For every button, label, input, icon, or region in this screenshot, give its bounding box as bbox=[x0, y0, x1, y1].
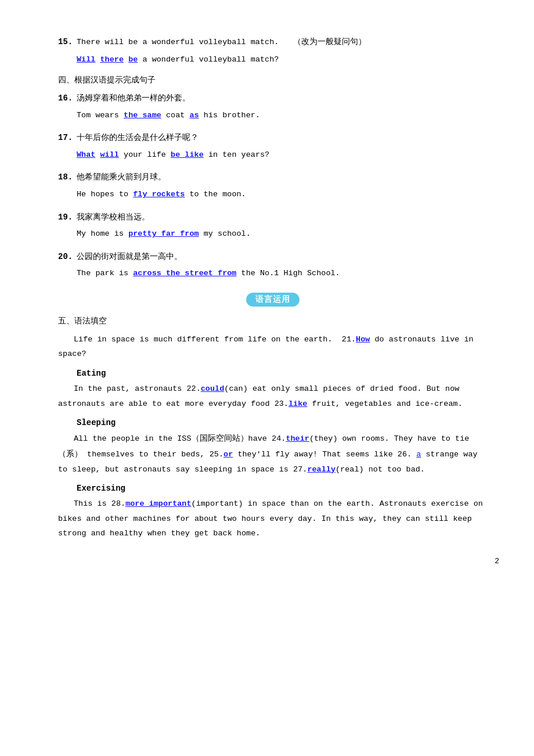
q15-there: there bbox=[100, 55, 124, 64]
sl-num26: 26. bbox=[398, 450, 412, 459]
q19-chinese: 我家离学校相当远。 bbox=[77, 210, 150, 224]
sl-paren1: （国际空间站） bbox=[192, 434, 248, 442]
sl-really: really bbox=[307, 465, 335, 474]
sl-t4: themselves to their beds, bbox=[87, 450, 205, 459]
q16-chinese: 汤姆穿着和他弟弟一样的外套。 bbox=[77, 91, 190, 105]
sl-num24: 24. bbox=[272, 434, 286, 443]
sl-their: their bbox=[286, 434, 309, 443]
intro-text1: Life in space is much different from lif… bbox=[74, 335, 333, 344]
eating-title: Eating bbox=[58, 369, 488, 378]
eating-paragraph: In the past, astronauts 22.could(can) ea… bbox=[58, 381, 488, 411]
q19-number: 19. bbox=[58, 213, 77, 222]
question-19: 19. 我家离学校相当远。 My home is pretty far from… bbox=[58, 210, 488, 242]
exercising-title: Exercising bbox=[58, 484, 488, 493]
section4-label: 四、根据汉语提示完成句子 bbox=[58, 75, 156, 84]
q20-chinese: 公园的街对面就是第一高中。 bbox=[77, 250, 182, 264]
sl-a: a bbox=[416, 450, 421, 459]
q18-number: 18. bbox=[58, 172, 77, 182]
q18-answer: He hopes to fly rockets to the moon. bbox=[58, 188, 488, 201]
sl-paren2: （系） bbox=[58, 449, 82, 458]
q15-number: 15. bbox=[58, 37, 77, 46]
q16-as: as bbox=[189, 111, 199, 120]
q15-rest: a wonderful volleyball match? bbox=[142, 55, 279, 64]
q15-answer: Will there be a wonderful volleyball mat… bbox=[58, 53, 488, 67]
ex-t1: This is bbox=[74, 499, 107, 508]
sl-t1: All the people in the ISS bbox=[74, 434, 192, 443]
q15-will: Will bbox=[77, 55, 95, 64]
q15-original: There will be a wonderful volleyball mat… bbox=[77, 38, 279, 46]
question-15-row: 15. There will be a wonderful volleyball… bbox=[58, 35, 488, 49]
q16-row: 16. 汤姆穿着和他弟弟一样的外套。 bbox=[58, 91, 488, 105]
q17-belike: be like bbox=[171, 150, 204, 159]
eating-text: In the past, astronauts 22.could(can) ea… bbox=[58, 381, 488, 411]
q17-what: What bbox=[77, 150, 95, 159]
sl-num25: 25. bbox=[210, 450, 223, 459]
q18-chinese: 他希望能乘火箭到月球。 bbox=[77, 170, 166, 184]
q20-number: 20. bbox=[58, 252, 77, 261]
question-15: 15. There will be a wonderful volleyball… bbox=[58, 35, 488, 67]
intro-num21: 21. bbox=[342, 335, 356, 344]
intro-text: Life in space is much different from lif… bbox=[58, 332, 488, 362]
q17-row: 17. 十年后你的生活会是什么样子呢？ bbox=[58, 131, 488, 145]
q20-pre: The park is bbox=[77, 269, 128, 278]
sl-or: or bbox=[223, 450, 233, 459]
yuyan-badge: 语言运用 bbox=[246, 293, 300, 307]
section5-header: 五、语法填空 bbox=[58, 316, 488, 326]
page-number: 2 bbox=[495, 557, 499, 566]
badge-container: 语言运用 bbox=[58, 293, 488, 307]
q15-be: be bbox=[128, 55, 138, 64]
q17-will: will bbox=[100, 150, 119, 159]
ex-hint1: (important) bbox=[192, 499, 243, 508]
ex-num28: 28. bbox=[111, 499, 125, 508]
eating-like: like bbox=[288, 399, 307, 408]
question-16: 16. 汤姆穿着和他弟弟一样的外套。 Tom wears the same co… bbox=[58, 91, 488, 123]
intro-paragraph: Life in space is much different from lif… bbox=[58, 332, 488, 362]
page-content: 15. There will be a wonderful volleyball… bbox=[0, 0, 534, 583]
question-18: 18. 他希望能乘火箭到月球。 He hopes to fly rockets … bbox=[58, 170, 488, 201]
q20-acrossthestreet: across the street from bbox=[133, 269, 236, 278]
question-20: 20. 公园的街对面就是第一高中。 The park is across the… bbox=[58, 250, 488, 281]
q16-pre: Tom wears bbox=[77, 111, 119, 120]
section4-header: 四、根据汉语提示完成句子 bbox=[58, 75, 488, 85]
q18-post: to the moon. bbox=[189, 190, 246, 199]
sl-num27: 27. bbox=[293, 465, 307, 474]
question-17: 17. 十年后你的生活会是什么样子呢？ What will your life … bbox=[58, 131, 488, 162]
q16-number: 16. bbox=[58, 93, 77, 103]
eating-num23: 23. bbox=[275, 399, 288, 408]
sleeping-title: Sleeping bbox=[58, 418, 488, 427]
eating-could: could bbox=[201, 384, 225, 393]
eating-t3: fruit, vegetables and ice-cream. bbox=[312, 399, 463, 408]
q20-answer: The park is across the street from the N… bbox=[58, 267, 488, 280]
q16-answer: Tom wears the same coat as his brother. bbox=[58, 109, 488, 123]
sl-t7: not too bad. bbox=[369, 465, 425, 474]
q16-post: his brother. bbox=[204, 111, 260, 120]
q15-text: There will be a wonderful volleyball mat… bbox=[77, 35, 366, 49]
q17-yourlife: your life bbox=[124, 150, 166, 159]
q20-row: 20. 公园的街对面就是第一高中。 bbox=[58, 250, 488, 264]
sl-t3: own rooms. They have to tie bbox=[342, 434, 470, 443]
q17-rest: in ten years? bbox=[208, 150, 269, 159]
exercising-paragraph: This is 28.more important(important) in … bbox=[58, 496, 488, 541]
sleeping-text: All the people in the ISS（国际空间站）have 24.… bbox=[58, 431, 488, 477]
eating-t1: In the past, astronauts bbox=[74, 384, 182, 393]
sl-t2: have bbox=[248, 434, 267, 443]
q19-row: 19. 我家离学校相当远。 bbox=[58, 210, 488, 224]
sl-hint4: (real) bbox=[335, 465, 364, 474]
sleeping-paragraph: All the people in the ISS（国际空间站）have 24.… bbox=[58, 431, 488, 477]
section5-label: 五、语法填空 bbox=[58, 316, 107, 325]
intro-how: How bbox=[356, 335, 370, 344]
q16-coat: coat bbox=[166, 111, 185, 120]
q18-pre: He hopes to bbox=[77, 190, 128, 199]
q19-pre: My home is bbox=[77, 229, 124, 238]
q17-number: 17. bbox=[58, 133, 77, 142]
ex-moreimportant: more important bbox=[125, 499, 191, 508]
q20-post: the No.1 High School. bbox=[241, 269, 340, 278]
sl-t5: they'll fly away! That seems like bbox=[237, 450, 392, 459]
q19-post: my school. bbox=[204, 229, 251, 238]
exercising-text: This is 28.more important(important) in … bbox=[58, 496, 488, 541]
q15-instruction: （改为一般疑问句） bbox=[293, 37, 366, 46]
q18-row: 18. 他希望能乘火箭到月球。 bbox=[58, 170, 488, 184]
q17-answer: What will your life be like in ten years… bbox=[58, 148, 488, 162]
q19-answer: My home is pretty far from my school. bbox=[58, 227, 488, 241]
sl-hint1: (they) bbox=[309, 434, 338, 443]
